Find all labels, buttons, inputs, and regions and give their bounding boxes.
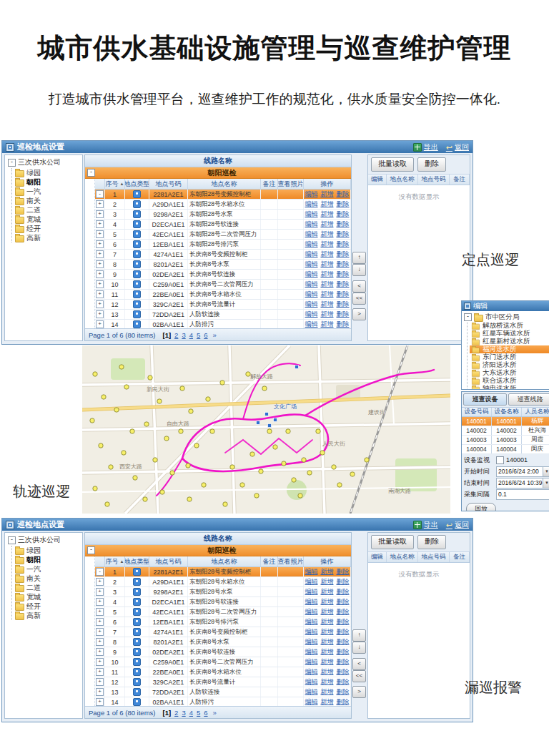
collapse-icon[interactable]: - [8, 159, 16, 167]
patrol-point-marker[interactable] [93, 372, 97, 376]
side-delete-button[interactable]: 删除 [417, 535, 446, 549]
patrol-point-marker[interactable] [122, 451, 126, 455]
point-row[interactable]: + 11 22BEA0E1 长庆南8号水箱水位 编辑新增删除 [95, 667, 351, 677]
back-button[interactable]: ↩返回 [446, 142, 469, 152]
col-code[interactable]: 地点号码 [149, 179, 188, 189]
point-row[interactable]: + 11 22BEA0E1 长庆南8号水箱水位 编辑新增删除 [95, 290, 351, 300]
expand-icon[interactable]: + [96, 578, 104, 586]
patrol-point-marker[interactable] [160, 490, 164, 494]
add-link[interactable]: 新增 [321, 647, 334, 657]
page-link[interactable]: 6 [204, 331, 207, 339]
edit-link[interactable]: 编辑 [305, 687, 318, 697]
tab-patrol-route[interactable]: 巡查线路 [508, 393, 549, 406]
add-link[interactable]: 新增 [321, 210, 334, 219]
edit-link[interactable]: 编辑 [305, 240, 318, 249]
expand-icon[interactable]: + [96, 628, 104, 636]
point-row[interactable]: + 3 9298A2E1 东朝阳28号水泵 编辑新增删除 [95, 210, 351, 220]
move-button[interactable]: ↓ [352, 264, 366, 276]
expand-icon[interactable]: + [96, 250, 104, 258]
point-row[interactable]: + 12 329CA2E1 长庆南8号流量计 编辑新增删除 [95, 300, 351, 310]
expand-icon[interactable]: + [96, 688, 104, 696]
patrol-point-marker[interactable] [119, 365, 124, 369]
move-button[interactable]: > [352, 308, 366, 320]
delete-link[interactable]: 删除 [337, 270, 350, 279]
col-photo[interactable]: 查看照片 [278, 179, 304, 189]
edit-link[interactable]: 编辑 [305, 220, 318, 229]
expand-icon[interactable]: + [96, 310, 104, 318]
selected-route-row[interactable]: - 朝阳巡检 [85, 545, 351, 556]
station-tree-item[interactable]: 轴电送水所 [470, 385, 549, 390]
col-name[interactable]: 地点名称 [188, 179, 261, 189]
patrol-point-marker[interactable] [292, 478, 296, 482]
edit-link[interactable]: 编辑 [305, 627, 318, 637]
tree-item-district[interactable]: 朝阳 [15, 555, 82, 564]
station-marker[interactable] [268, 424, 272, 428]
move-button[interactable]: ↑ [352, 252, 366, 264]
patrol-point-marker[interactable] [186, 463, 190, 468]
end-time-select[interactable]: 2016/6/24 10:39▼ [496, 478, 549, 489]
page-link[interactable]: 3 [182, 709, 185, 717]
edit-link[interactable]: 编辑 [305, 200, 318, 209]
expand-icon[interactable]: - [96, 190, 104, 198]
delete-link[interactable]: 删除 [337, 577, 350, 586]
tree-root-company[interactable]: - 三次供水公司 [8, 157, 82, 167]
delete-link[interactable]: 删除 [337, 290, 350, 299]
add-link[interactable]: 新增 [321, 260, 334, 269]
delete-link[interactable]: 删除 [337, 647, 350, 657]
device-row[interactable]: 140001 140001 杨辉 [462, 417, 549, 426]
point-row[interactable]: + 10 C259A0E1 长庆南8号二次管网压力 编辑新增删除 [95, 280, 351, 290]
patrol-point-marker[interactable] [148, 375, 152, 380]
point-row[interactable]: + 9 02DEA2E1 长庆南8号软连接 编辑新增删除 [95, 647, 351, 657]
point-row[interactable]: + 7 4274A1E1 长庆南8号变频控制柜 编辑新增删除 [95, 250, 351, 260]
patrol-point-marker[interactable] [93, 486, 97, 491]
patrol-point-marker[interactable] [202, 483, 206, 487]
start-time-select[interactable]: 2016/6/24 2:00▼ [496, 466, 549, 477]
add-link[interactable]: 新增 [321, 280, 334, 289]
patrol-point-marker[interactable] [267, 429, 272, 433]
point-row[interactable]: - 1 2281A2E1 东朝阳28号变频控制柜 编辑新增删除 [95, 190, 351, 200]
delete-link[interactable]: 删除 [337, 687, 350, 697]
point-row[interactable]: + 10 C259A0E1 长庆南8号二次管网压力 编辑新增删除 [95, 657, 351, 667]
tree-item-district[interactable]: 绿园 [15, 546, 82, 555]
tree-item-district[interactable]: 经开 [15, 602, 82, 611]
edit-link[interactable]: 编辑 [305, 270, 318, 279]
side-delete-button[interactable]: 删除 [417, 157, 446, 172]
delete-link[interactable]: 删除 [337, 200, 350, 209]
add-link[interactable]: 新增 [321, 300, 334, 309]
add-link[interactable]: 新增 [321, 240, 334, 249]
move-button[interactable]: < [352, 280, 366, 293]
collapse-icon[interactable]: - [8, 536, 16, 544]
expand-icon[interactable]: + [96, 608, 104, 616]
station-marker[interactable] [274, 418, 277, 422]
edit-link[interactable]: 编辑 [305, 210, 318, 219]
patrol-point-marker[interactable] [90, 418, 94, 423]
expand-icon[interactable]: + [96, 588, 104, 596]
patrol-point-marker[interactable] [250, 452, 254, 456]
patrol-point-marker[interactable] [365, 458, 369, 462]
expand-icon[interactable]: + [96, 270, 104, 278]
add-link[interactable]: 新增 [321, 677, 334, 687]
patrol-point-marker[interactable] [273, 445, 277, 449]
patrol-point-marker[interactable] [143, 497, 147, 501]
delete-link[interactable]: 删除 [337, 230, 350, 239]
add-link[interactable]: 新增 [321, 577, 334, 586]
tree-item-district[interactable]: 高新 [15, 611, 82, 620]
point-row[interactable]: + 7 4274A1E1 长庆南8号变频控制柜 编辑新增删除 [95, 627, 351, 637]
tree-item-district[interactable]: 朝阳 [15, 177, 82, 187]
patrol-point-marker[interactable] [259, 469, 263, 473]
col-type[interactable]: 地点类型 [125, 556, 149, 566]
page-link[interactable]: 4 [189, 709, 193, 717]
export-button[interactable]: 导出 [413, 142, 438, 152]
delete-link[interactable]: 删除 [337, 617, 350, 627]
patrol-point-marker[interactable] [114, 408, 119, 412]
move-button[interactable]: ↑ [352, 629, 366, 642]
edit-link[interactable]: 编辑 [305, 667, 318, 677]
patrol-point-marker[interactable] [254, 494, 259, 498]
tree-item-district[interactable]: 宽城 [15, 215, 82, 224]
edit-link[interactable]: 编辑 [305, 280, 318, 289]
delete-link[interactable]: 删除 [337, 627, 350, 637]
expand-icon[interactable]: + [96, 678, 104, 686]
page-link[interactable]: [1] [162, 709, 171, 717]
patrol-point-marker[interactable] [189, 409, 193, 413]
page-link[interactable]: 4 [189, 331, 193, 339]
